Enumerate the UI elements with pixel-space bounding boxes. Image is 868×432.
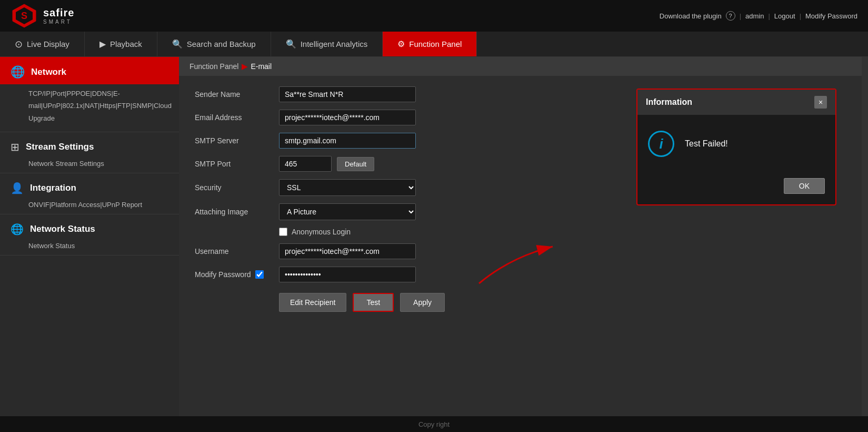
modal-ok-button[interactable]: OK — [784, 178, 825, 194]
anonymous-login-label: Anonymous Login — [292, 228, 351, 236]
sidebar-section-stream-header[interactable]: ⊞ Stream Settings — [0, 132, 179, 159]
header-right: Download the plugin ? | admin | Logout |… — [660, 11, 857, 21]
apply-button[interactable]: Apply — [400, 293, 445, 312]
header: S safire SMART Download the plugin ? | a… — [0, 0, 868, 32]
svg-text:S: S — [21, 11, 27, 21]
smtp-port-input[interactable] — [279, 156, 332, 172]
nav-item-intelligent-analytics[interactable]: 🔍 Intelligent Analytics — [271, 32, 383, 56]
download-plugin-link[interactable]: Download the plugin — [660, 12, 722, 20]
playback-icon: ▶ — [99, 39, 106, 49]
modify-password-row: Modify Password — [195, 267, 637, 282]
intelligent-analytics-label: Intelligent Analytics — [301, 40, 368, 48]
modify-password-label: Modify Password — [195, 270, 279, 279]
username-label: Username — [195, 247, 279, 256]
username-row: Username — [195, 243, 637, 259]
modal-close-button[interactable]: × — [814, 96, 827, 109]
security-row: Security SSL TLS None — [195, 179, 637, 196]
attaching-image-select[interactable]: A Picture No Picture 3 Pictures — [279, 203, 416, 220]
form-buttons: Edit Recipient Test Apply — [279, 293, 637, 312]
nav-item-playback[interactable]: ▶ Playback — [85, 32, 157, 56]
email-address-input[interactable] — [279, 110, 416, 125]
modify-password-label-text: Modify Password — [195, 270, 251, 279]
network-status-title: Network Status — [30, 224, 95, 234]
sep1: | — [740, 12, 741, 20]
nav-item-function-panel[interactable]: ⚙ Function Panel — [383, 32, 477, 56]
smtp-server-label: SMTP Server — [195, 136, 279, 145]
integration-title: Integration — [30, 183, 76, 193]
smtp-server-input[interactable] — [279, 133, 416, 149]
live-display-icon: ⊙ — [15, 38, 23, 50]
modal-overlay: Information × i Test Failed! OK — [636, 89, 836, 205]
help-icon[interactable]: ? — [726, 11, 735, 21]
security-label: Security — [195, 183, 279, 192]
smtp-port-default-button[interactable]: Default — [337, 157, 374, 171]
smtp-port-row: SMTP Port Default — [195, 156, 637, 172]
breadcrumb-current: E-mail — [251, 62, 272, 71]
modal-header: Information × — [637, 90, 835, 115]
sidebar-section-network: 🌐 Network TCP/IP|Port|PPPOE|DDNS|E-mail|… — [0, 57, 179, 132]
integration-icon: 👤 — [11, 182, 24, 194]
info-i-icon: i — [659, 136, 663, 152]
sep3: | — [800, 12, 801, 20]
attaching-image-label: Attaching Image — [195, 208, 279, 216]
function-panel-nav-icon: ⚙ — [397, 39, 405, 49]
intelligent-analytics-icon: 🔍 — [286, 39, 296, 49]
integration-links: ONVIF|Platform Access|UPnP Report — [0, 200, 179, 214]
modal-info-icon: i — [648, 131, 674, 157]
edit-recipient-button[interactable]: Edit Recipient — [279, 293, 346, 312]
scrollbar[interactable] — [862, 57, 868, 416]
username-input[interactable] — [279, 243, 416, 259]
modify-password-link[interactable]: Modify Password — [805, 12, 857, 20]
security-select[interactable]: SSL TLS None — [279, 179, 416, 196]
playback-label: Playback — [110, 40, 142, 48]
test-button[interactable]: Test — [353, 293, 394, 312]
information-modal: Information × i Test Failed! OK — [636, 89, 836, 205]
sidebar-section-network-status-header[interactable]: 🌐 Network Status — [0, 214, 179, 241]
sidebar-section-integration-header[interactable]: 👤 Integration — [0, 173, 179, 200]
email-form: Sender Name Email Address SMTP Server SM… — [179, 76, 653, 322]
logo-icon: S — [11, 2, 38, 30]
nav-item-search-backup[interactable]: 🔍 Search and Backup — [157, 32, 271, 56]
logo: S safire SMART — [11, 2, 74, 30]
footer-text: Copy right — [418, 420, 450, 428]
function-panel-nav-label: Function Panel — [409, 40, 462, 48]
sidebar: 🌐 Network TCP/IP|Port|PPPOE|DDNS|E-mail|… — [0, 57, 179, 416]
logout-link[interactable]: Logout — [774, 12, 795, 20]
anonymous-login-row: Anonymous Login — [279, 228, 637, 236]
network-status-links: Network Status — [0, 241, 179, 255]
breadcrumb: Function Panel ▶ E-mail — [179, 57, 868, 76]
modal-message: Test Failed! — [685, 139, 728, 149]
sidebar-section-stream: ⊞ Stream Settings Network Stream Setting… — [0, 132, 179, 173]
password-input[interactable] — [279, 267, 416, 282]
nav-item-live-display[interactable]: ⊙ Live Display — [0, 32, 85, 56]
search-backup-icon: 🔍 — [172, 39, 183, 49]
email-address-label: Email Address — [195, 113, 279, 122]
sidebar-section-network-header[interactable]: 🌐 Network — [0, 57, 179, 84]
attaching-image-row: Attaching Image A Picture No Picture 3 P… — [195, 203, 637, 220]
sidebar-section-integration: 👤 Integration ONVIF|Platform Access|UPnP… — [0, 173, 179, 214]
live-display-label: Live Display — [27, 40, 69, 48]
breadcrumb-arrow: ▶ — [242, 62, 247, 71]
sender-name-row: Sender Name — [195, 86, 637, 102]
sender-name-label: Sender Name — [195, 90, 279, 99]
sender-name-input[interactable] — [279, 86, 416, 102]
smtp-port-label: SMTP Port — [195, 160, 279, 168]
breadcrumb-parent[interactable]: Function Panel — [189, 62, 238, 71]
modal-title: Information — [646, 97, 692, 107]
stream-settings-icon: ⊞ — [11, 141, 19, 153]
nav-bar: ⊙ Live Display ▶ Playback 🔍 Search and B… — [0, 32, 868, 57]
modal-footer: OK — [637, 173, 835, 204]
footer: Copy right — [0, 416, 868, 432]
smtp-server-row: SMTP Server — [195, 133, 637, 149]
logo-text: safire SMART — [43, 7, 74, 25]
anonymous-login-checkbox[interactable] — [279, 228, 287, 236]
email-address-row: Email Address — [195, 110, 637, 125]
network-status-icon: 🌐 — [11, 223, 24, 235]
stream-settings-links: Network Stream Settings — [0, 159, 179, 173]
network-icon: 🌐 — [11, 65, 25, 79]
modify-password-checkbox[interactable] — [255, 270, 264, 279]
content-area: Function Panel ▶ E-mail Sender Name Emai… — [179, 57, 868, 416]
admin-link[interactable]: admin — [745, 12, 764, 20]
network-links: TCP/IP|Port|PPPOE|DDNS|E-mail|UPnP|802.1… — [0, 84, 179, 132]
search-backup-label: Search and Backup — [187, 40, 256, 48]
